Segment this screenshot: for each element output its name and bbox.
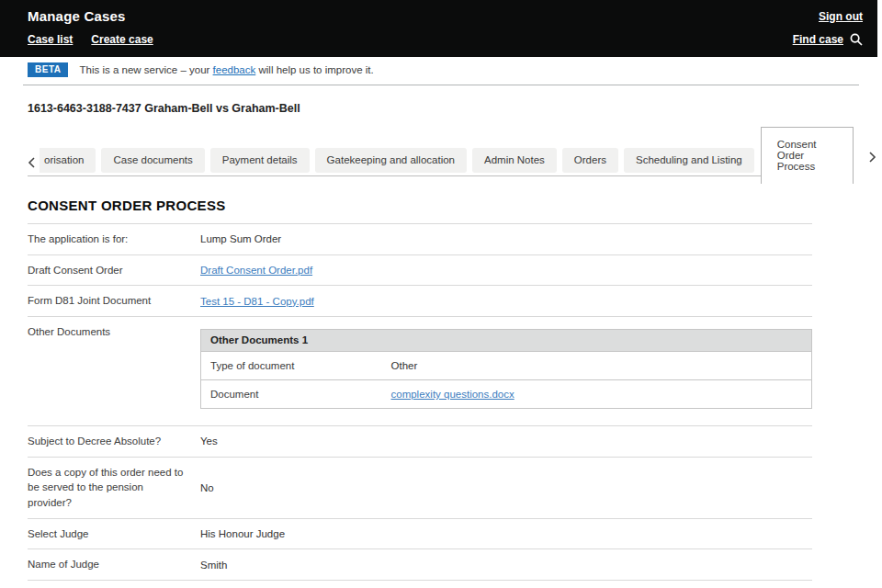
field-value: His Honour Judge: [200, 518, 812, 549]
beta-badge: BETA: [28, 62, 68, 77]
nested-table-header: Other Documents 1: [201, 330, 812, 352]
tab-scheduling-and-listing[interactable]: Scheduling and Listing: [624, 148, 754, 173]
field-row-pension-provider: Does a copy of this order need to be ser…: [28, 457, 812, 518]
app-header: Manage Cases Sign out Case list Create c…: [0, 0, 877, 57]
field-label: Date of order: [28, 581, 200, 588]
document-link[interactable]: Draft Consent Order.pdf: [200, 265, 312, 276]
field-label: The application is for:: [28, 224, 200, 255]
tab-admin-notes[interactable]: Admin Notes: [472, 148, 557, 173]
case-fields-table: The application is for: Lump Sum Order D…: [28, 223, 812, 588]
case-title: 1613-6463-3188-7437 Graham-Bell vs Graha…: [28, 102, 854, 115]
field-label: Does a copy of this order need to be ser…: [28, 457, 200, 518]
tab-gatekeeping-and-allocation[interactable]: Gatekeeping and allocation: [315, 148, 467, 173]
beta-text: This is a new service – your feedback wi…: [79, 64, 373, 75]
other-documents-table: Other Documents 1 Type of document Other…: [200, 329, 812, 409]
nested-row-type-of-document: Type of document Other: [201, 352, 812, 380]
feedback-link[interactable]: feedback: [213, 64, 256, 75]
field-value: Yes: [200, 426, 812, 458]
field-row-application-for: The application is for: Lump Sum Order: [28, 224, 812, 255]
chevron-right-icon[interactable]: [863, 152, 882, 165]
create-case-link[interactable]: Create case: [91, 33, 153, 46]
field-row-select-judge: Select Judge His Honour Judge: [28, 518, 812, 549]
field-label: Name of Judge: [28, 549, 200, 581]
field-label: Select Judge: [28, 518, 200, 549]
field-row-name-of-judge: Name of Judge Smith: [28, 549, 812, 581]
tab-authorisation[interactable]: orisation: [40, 148, 96, 173]
field-row-form-d81: Form D81 Joint Document Test 15 - D81 - …: [28, 286, 812, 317]
field-value: 18 Feb 2021: [200, 581, 812, 588]
field-value: No: [200, 457, 812, 518]
tab-case-documents[interactable]: Case documents: [101, 148, 204, 173]
field-label: Draft Consent Order: [28, 254, 200, 286]
field-label: Subject to Decree Absolute?: [28, 426, 200, 458]
field-row-decree-absolute: Subject to Decree Absolute? Yes: [28, 426, 812, 458]
field-row-date-of-order: Date of order 18 Feb 2021: [28, 581, 812, 588]
chevron-left-icon[interactable]: [28, 157, 40, 175]
tab-bar: orisation Case documents Payment details…: [28, 127, 882, 176]
tab-payment-details[interactable]: Payment details: [210, 148, 310, 173]
tab-consent-order-process[interactable]: Consent Order Process: [761, 127, 854, 184]
field-row-other-documents: Other Documents Other Documents 1 Type o…: [28, 317, 812, 426]
sign-out-link[interactable]: Sign out: [819, 10, 863, 23]
document-link[interactable]: complexity questions.docx: [391, 389, 514, 400]
field-value: Lump Sum Order: [200, 224, 812, 255]
field-row-draft-consent-order: Draft Consent Order Draft Consent Order.…: [28, 254, 812, 286]
field-label: Form D81 Joint Document: [28, 286, 200, 317]
document-link[interactable]: Test 15 - D81 - Copy.pdf: [200, 296, 314, 307]
app-title: Manage Cases: [28, 8, 126, 24]
page-title: CONSENT ORDER PROCESS: [28, 198, 812, 213]
field-value: Smith: [200, 549, 812, 581]
field-label: Other Documents: [28, 317, 200, 426]
tab-orders[interactable]: Orders: [562, 148, 618, 173]
case-list-link[interactable]: Case list: [28, 33, 73, 46]
find-case-link[interactable]: Find case: [793, 33, 843, 46]
tab-panel-consent-order-process: CONSENT ORDER PROCESS The application is…: [28, 198, 812, 588]
search-icon[interactable]: [850, 33, 863, 46]
nested-row-document: Document complexity questions.docx: [201, 380, 812, 409]
beta-banner: BETA This is a new service – your feedba…: [23, 57, 859, 85]
